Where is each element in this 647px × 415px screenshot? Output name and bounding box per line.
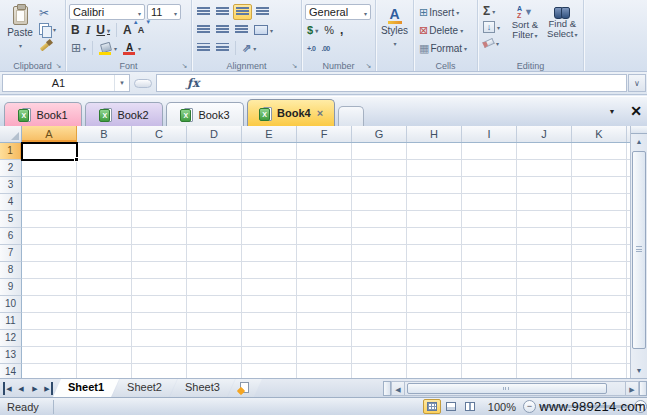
horizontal-scroll-track[interactable] xyxy=(405,381,625,396)
zoom-out-button[interactable]: − xyxy=(523,400,536,413)
wrap-text-button[interactable] xyxy=(254,4,271,20)
paste-dropdown-arrow[interactable] xyxy=(18,38,22,50)
find-select-button[interactable]: Find & Select xyxy=(545,3,580,59)
normal-view-button[interactable] xyxy=(423,399,441,414)
middle-align-button[interactable] xyxy=(214,4,231,20)
grow-font-button[interactable]: A▲ xyxy=(121,22,134,38)
underline-button[interactable]: U xyxy=(94,22,112,38)
new-workbook-tab-stub[interactable] xyxy=(338,106,364,126)
scroll-down-button[interactable]: ▼ xyxy=(631,363,647,378)
styles-button[interactable]: A Styles xyxy=(379,3,410,59)
accounting-format-button[interactable]: $ xyxy=(305,22,320,38)
row-header-6[interactable]: 6 xyxy=(0,228,22,245)
row-header-11[interactable]: 11 xyxy=(0,313,22,330)
insert-cells-button[interactable]: ⊞Insert xyxy=(417,4,461,20)
vertical-scrollbar[interactable]: ▲ ▼ xyxy=(630,126,647,378)
column-header-H[interactable]: H xyxy=(407,126,462,142)
column-header-J[interactable]: J xyxy=(517,126,572,142)
column-header-C[interactable]: C xyxy=(132,126,187,142)
next-sheet-button[interactable]: ▶ xyxy=(29,382,41,395)
select-all-corner[interactable] xyxy=(0,126,22,143)
delete-cells-button[interactable]: ⊠Delete xyxy=(417,22,465,38)
row-header-14[interactable]: 14 xyxy=(0,364,22,378)
number-dialog-launcher[interactable]: ↘ xyxy=(364,61,373,70)
name-box-dropdown-arrow[interactable]: ▼ xyxy=(114,75,129,91)
column-header-E[interactable]: E xyxy=(242,126,297,142)
horizontal-split-handle-right[interactable] xyxy=(639,381,647,396)
column-header-F[interactable]: F xyxy=(297,126,352,142)
vertical-split-handle[interactable] xyxy=(631,126,647,134)
workbook-tab-book2[interactable]: Book2 xyxy=(85,102,163,126)
fill-button[interactable]: ↓ xyxy=(481,19,505,35)
sheet-tab-sheet1[interactable]: Sheet1 xyxy=(53,379,119,397)
autosum-button[interactable]: Σ xyxy=(481,3,505,19)
italic-button[interactable]: I xyxy=(84,22,93,38)
page-layout-view-button[interactable] xyxy=(442,399,460,414)
column-header-G[interactable]: G xyxy=(352,126,407,142)
workbook-tab-close-icon[interactable]: × xyxy=(317,108,323,118)
row-header-7[interactable]: 7 xyxy=(0,245,22,262)
clipboard-dialog-launcher[interactable]: ↘ xyxy=(54,61,63,70)
scroll-left-button[interactable]: ◀ xyxy=(391,381,405,396)
row-header-3[interactable]: 3 xyxy=(0,177,22,194)
page-break-view-button[interactable] xyxy=(461,399,479,414)
cut-button[interactable]: ✂ xyxy=(37,5,58,21)
first-sheet-button[interactable]: ◀ xyxy=(3,382,13,395)
center-button[interactable] xyxy=(214,22,231,38)
format-cells-button[interactable]: ▦Format xyxy=(417,40,469,56)
column-header-A[interactable]: A xyxy=(22,126,77,142)
decrease-indent-button[interactable] xyxy=(195,40,212,56)
vertical-scroll-thumb[interactable] xyxy=(632,151,646,349)
previous-sheet-button[interactable]: ◀ xyxy=(15,382,27,395)
horizontal-scrollbar[interactable]: ◀ ▶ xyxy=(383,381,647,396)
borders-button[interactable]: ⊞ xyxy=(69,40,88,56)
copy-button[interactable] xyxy=(37,21,58,37)
row-header-12[interactable]: 12 xyxy=(0,330,22,347)
formula-bar[interactable]: ƒx xyxy=(156,74,627,92)
scroll-right-button[interactable]: ▶ xyxy=(625,381,639,396)
zoom-level[interactable]: 100% xyxy=(488,401,516,413)
row-header-10[interactable]: 10 xyxy=(0,296,22,313)
expand-formula-bar-button[interactable]: ∨ xyxy=(628,74,646,92)
align-right-button[interactable] xyxy=(233,22,250,38)
font-name-select[interactable]: Calibri xyxy=(69,4,145,20)
number-format-select[interactable]: General xyxy=(305,4,371,20)
decrease-decimal-button[interactable]: .00 xyxy=(319,40,331,56)
name-box[interactable]: A1 ▼ xyxy=(2,74,130,92)
insert-function-icon[interactable]: ƒx xyxy=(187,76,199,90)
sheet-tab-sheet3[interactable]: Sheet3 xyxy=(170,379,235,397)
comma-style-button[interactable]: , xyxy=(338,22,345,38)
column-header-I[interactable]: I xyxy=(462,126,517,142)
format-painter-button[interactable] xyxy=(37,37,58,53)
last-sheet-button[interactable]: ▶ xyxy=(43,382,53,395)
row-header-2[interactable]: 2 xyxy=(0,160,22,177)
row-header-9[interactable]: 9 xyxy=(0,279,22,296)
top-align-button[interactable] xyxy=(195,4,212,20)
horizontal-scroll-thumb[interactable] xyxy=(407,383,607,394)
tabbar-close-button[interactable]: ✕ xyxy=(630,102,642,120)
merge-center-button[interactable] xyxy=(252,22,275,38)
orientation-button[interactable]: ⇗ xyxy=(240,40,258,56)
font-size-select[interactable]: 11 xyxy=(147,4,181,20)
column-header-K[interactable]: K xyxy=(572,126,627,142)
percent-style-button[interactable]: % xyxy=(322,22,336,38)
workbook-tab-book3[interactable]: Book3 xyxy=(166,102,244,126)
row-header-1[interactable]: 1 xyxy=(0,143,22,160)
column-header-B[interactable]: B xyxy=(77,126,132,142)
sheet-tab-sheet2[interactable]: Sheet2 xyxy=(112,379,177,397)
increase-indent-button[interactable] xyxy=(214,40,231,56)
paste-button[interactable]: Paste xyxy=(3,3,37,59)
scroll-up-button[interactable]: ▲ xyxy=(631,134,647,149)
alignment-dialog-launcher[interactable]: ↘ xyxy=(290,61,299,70)
workbook-tab-book1[interactable]: Book1 xyxy=(4,102,82,126)
bottom-align-button[interactable] xyxy=(233,4,252,20)
bold-button[interactable]: B xyxy=(69,22,82,38)
workbook-tab-book4[interactable]: Book4× xyxy=(247,99,335,126)
fill-color-button[interactable] xyxy=(97,40,119,56)
font-dialog-launcher[interactable]: ↘ xyxy=(180,61,189,70)
font-color-button[interactable]: A xyxy=(121,40,143,56)
shrink-font-button[interactable]: A▼ xyxy=(136,22,147,38)
row-header-8[interactable]: 8 xyxy=(0,262,22,279)
cell-grid[interactable] xyxy=(22,143,630,378)
increase-decimal-button[interactable]: +.0 xyxy=(305,40,317,56)
